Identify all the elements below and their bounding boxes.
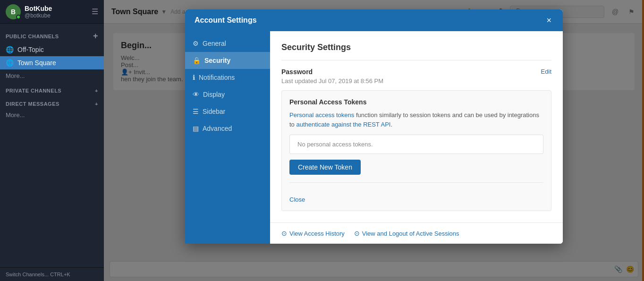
- view-access-history-link[interactable]: ⊙ View Access History: [281, 230, 345, 237]
- account-settings-modal: Account Settings × ⚙ General 🔒 Security: [185, 9, 563, 244]
- pat-link-2[interactable]: authenticate against the REST API: [296, 121, 390, 128]
- password-last-updated: Last updated Jul 07, 2019 at 8:56 PM: [281, 77, 383, 85]
- add-public-channel-icon[interactable]: +: [93, 31, 98, 41]
- modal-title: Account Settings: [195, 16, 257, 25]
- globe-icon: 🌐: [6, 46, 14, 53]
- sidebar-username: BotKube: [25, 5, 92, 12]
- advanced-icon: ▤: [193, 125, 199, 132]
- pat-section: Personal Access Tokens Personal access t…: [281, 90, 551, 211]
- sidebar-user-info: BotKube @botkube: [25, 5, 92, 19]
- modal-footer: ⊙ View Access History ⊙ View and Logout …: [270, 222, 563, 244]
- sidebar-more-channels[interactable]: More...: [0, 69, 104, 82]
- password-edit-link[interactable]: Edit: [541, 68, 551, 75]
- modal-nav: ⚙ General 🔒 Security ℹ Notifications: [185, 31, 270, 244]
- nav-item-display[interactable]: 👁 Display: [185, 86, 270, 103]
- public-channels-header: PUBLIC CHANNELS +: [0, 24, 104, 43]
- eye-icon: 👁: [193, 91, 199, 98]
- pat-link-1[interactable]: Personal access tokens: [289, 111, 354, 119]
- info-icon: ℹ: [193, 74, 195, 81]
- password-row: Password Last updated Jul 07, 2019 at 8:…: [281, 68, 551, 85]
- modal-overlay: Account Settings × ⚙ General 🔒 Security: [104, 0, 644, 281]
- sidebar-more-dm[interactable]: More...: [0, 109, 104, 121]
- nav-item-general[interactable]: ⚙ General: [185, 35, 270, 52]
- token-list: No personal access tokens.: [289, 135, 543, 154]
- direct-messages-header: DIRECT MESSAGES +: [0, 95, 104, 109]
- sidebar-item-town-square[interactable]: 🌐 Town Square: [0, 56, 104, 69]
- sessions-icon: ⊙: [354, 230, 360, 237]
- modal-content: Security Settings Password Last updated …: [270, 31, 563, 222]
- sidebar-handle: @botkube: [25, 12, 92, 19]
- nav-item-sidebar[interactable]: ☰ Sidebar: [185, 103, 270, 120]
- add-direct-message-icon[interactable]: +: [95, 101, 98, 107]
- modal-content-wrapper: Security Settings Password Last updated …: [270, 31, 563, 244]
- history-icon: ⊙: [281, 230, 287, 237]
- lock-icon: 🔒: [193, 57, 201, 64]
- nav-item-advanced[interactable]: ▤ Advanced: [185, 120, 270, 137]
- view-sessions-link[interactable]: ⊙ View and Logout of Active Sessions: [354, 230, 459, 237]
- add-private-channel-icon[interactable]: +: [95, 88, 98, 94]
- pat-title: Personal Access Tokens: [289, 98, 543, 106]
- modal-header: Account Settings ×: [185, 9, 563, 31]
- security-settings-title: Security Settings: [281, 43, 551, 52]
- sidebar-header: B BotKube @botkube ☰: [0, 0, 104, 24]
- nav-item-security[interactable]: 🔒 Security: [185, 52, 270, 69]
- gear-icon: ⚙: [193, 40, 199, 47]
- divider-2: [289, 182, 543, 183]
- close-link[interactable]: Close: [289, 196, 305, 203]
- switch-channels-hint: Switch Channels... CTRL+K: [0, 267, 104, 281]
- hamburger-menu-icon[interactable]: ☰: [92, 7, 98, 16]
- modal-body: ⚙ General 🔒 Security ℹ Notifications: [185, 31, 563, 244]
- sidebar-icon: ☰: [193, 108, 199, 115]
- online-status-dot: [16, 15, 21, 19]
- sidebar-item-off-topic[interactable]: 🌐 Off-Topic: [0, 43, 104, 56]
- divider-1: [281, 60, 551, 60]
- main-area: Town Square ▼ Add a ch... 🔔 👥 📌 🔍 @ ⚑: [104, 0, 644, 281]
- globe-icon-2: 🌐: [6, 59, 14, 67]
- sidebar: B BotKube @botkube ☰ PUBLIC CHANNELS + 🌐…: [0, 0, 104, 281]
- nav-item-notifications[interactable]: ℹ Notifications: [185, 69, 270, 86]
- password-label: Password: [281, 68, 383, 76]
- private-channels-header: PRIVATE CHANNELS +: [0, 82, 104, 95]
- create-new-token-button[interactable]: Create New Token: [289, 160, 361, 175]
- modal-close-button[interactable]: ×: [544, 16, 553, 25]
- pat-description: Personal access tokens function similarl…: [289, 111, 543, 129]
- password-info: Password Last updated Jul 07, 2019 at 8:…: [281, 68, 383, 85]
- avatar: B: [6, 4, 21, 19]
